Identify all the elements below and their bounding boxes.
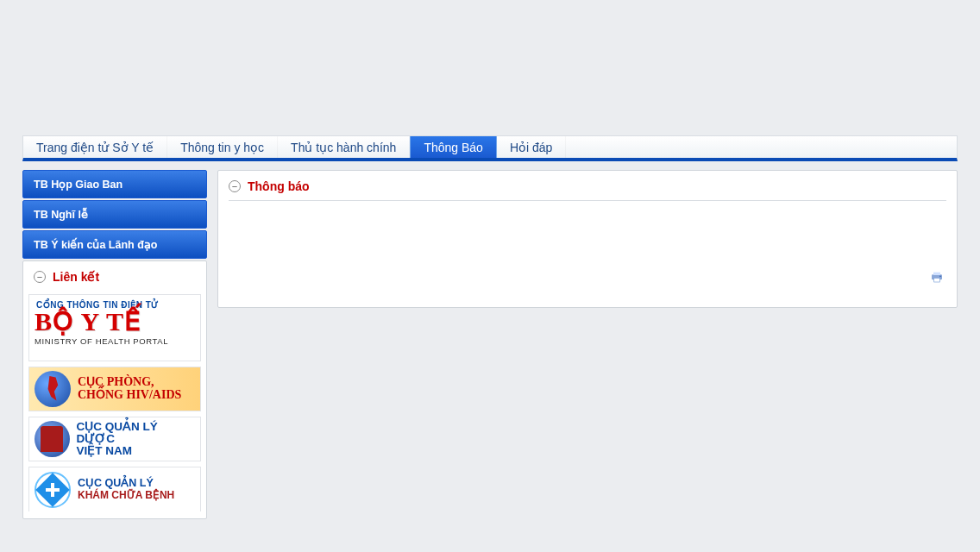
svg-point-3 [939,275,941,277]
sidebar-item-leadership[interactable]: TB Ý kiến của Lãnh đạo [22,230,207,259]
collapse-icon[interactable]: − [229,180,241,192]
banner-hiv-text: CỤC PHÒNG, CHỐNG HIV/AIDS [78,376,181,401]
links-banners: CỔNG THÔNG TIN ĐIỆN TỬ BỘ Y TẾ MINISTRY … [23,291,206,518]
vietnam-map-icon [45,376,60,402]
svg-rect-1 [933,273,940,275]
banner-kcb-text: CỤC QUẢN LÝ KHÁM CHỮA BỆNH [78,478,174,502]
divider [229,200,946,201]
collapse-icon[interactable]: − [34,271,46,283]
sidebar: TB Họp Giao Ban TB Nghĩ lễ TB Ý kiến của… [22,170,207,519]
banner-moh-portal[interactable]: CỔNG THÔNG TIN ĐIỆN TỬ BỘ Y TẾ MINISTRY … [28,294,201,361]
svg-rect-2 [934,278,940,282]
sidebar-item-holiday[interactable]: TB Nghĩ lễ [22,200,207,229]
banner-medical-exam[interactable]: CỤC QUẢN LÝ KHÁM CHỮA BỆNH [28,467,201,511]
page-wrapper: Trang điện tử Sở Y tế Thông tin y học Th… [22,0,958,519]
banner-hiv-aids[interactable]: CỤC PHÒNG, CHỐNG HIV/AIDS [28,367,201,411]
links-panel-header: − Liên kết [23,261,206,291]
links-panel-title: Liên kết [53,270,99,284]
badge-icon [35,371,71,407]
sidebar-item-meeting[interactable]: TB Họp Giao Ban [22,170,207,198]
nav-medical-info[interactable]: Thông tin y học [167,136,278,158]
top-nav: Trang điện tử Sở Y tế Thông tin y học Th… [22,135,958,161]
main-panel-header: − Thông báo [218,171,957,200]
badge-icon [35,421,70,457]
nav-faq[interactable]: Hỏi đáp [497,136,566,158]
main-panel: − Thông báo [217,170,958,308]
content-area: TB Họp Giao Ban TB Nghĩ lễ TB Ý kiến của… [22,170,958,519]
main-panel-body [218,210,957,287]
print-icon[interactable] [929,270,945,284]
nav-procedures[interactable]: Thủ tục hành chính [278,136,410,158]
nav-notifications[interactable]: Thông Báo [410,136,497,158]
nav-home[interactable]: Trang điện tử Sở Y tế [23,136,167,158]
main-panel-title: Thông báo [248,179,310,193]
links-panel: − Liên kết CỔNG THÔNG TIN ĐIỆN TỬ BỘ Y T… [22,260,207,519]
banner-drug-admin[interactable]: CỤC QUẢN LÝ DƯỢC VIỆT NAM [28,417,201,461]
sidebar-menu: TB Họp Giao Ban TB Nghĩ lễ TB Ý kiến của… [22,170,207,259]
medical-cross-icon [35,473,70,507]
banner-drug-text: CỤC QUẢN LÝ DƯỢC VIỆT NAM [77,421,195,458]
banner-moh-title: BỘ Y TẾ [35,310,195,335]
banner-moh-sub: MINISTRY OF HEALTH PORTAL [35,335,195,346]
badge-icon [35,472,71,508]
shield-icon [41,426,63,452]
